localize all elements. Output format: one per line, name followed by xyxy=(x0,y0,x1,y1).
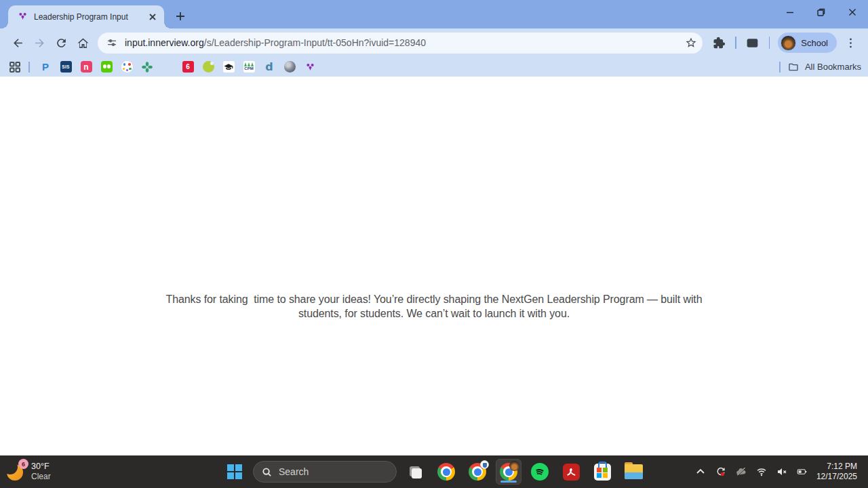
bookmarks-separator xyxy=(779,62,781,73)
taskbar-clock[interactable]: 7:12 PM 12/17/2025 xyxy=(814,462,861,482)
profile-crest-badge xyxy=(480,460,489,469)
page-content: Thanks for taking time to share your ide… xyxy=(0,77,868,455)
refresh-button[interactable] xyxy=(50,32,72,54)
task-view-button[interactable] xyxy=(402,459,428,485)
side-panel-search-icon[interactable] xyxy=(742,32,764,54)
url-domain: input.innerview.org xyxy=(125,37,204,48)
thank-you-message: Thanks for taking time to share your ide… xyxy=(166,292,703,321)
toolbar-separator xyxy=(769,37,770,49)
close-window-button[interactable] xyxy=(837,0,868,24)
minimize-button[interactable] xyxy=(774,0,806,24)
url-text: input.innerview.org/s/Leadership-Program… xyxy=(125,37,682,48)
bookmark-green-clover-icon[interactable] xyxy=(137,59,157,75)
profile-name: School xyxy=(801,38,828,48)
thank-you-line-2: students, for students. We can’t wait to… xyxy=(166,306,703,321)
home-button[interactable] xyxy=(72,32,94,54)
bookmark-duolingo-owl-icon[interactable] xyxy=(96,59,117,75)
bookmark-blue-d[interactable]: d xyxy=(259,59,279,75)
restore-button[interactable] xyxy=(806,0,837,24)
address-bar[interactable]: input.innerview.org/s/Leadership-Program… xyxy=(98,33,703,54)
toolbar-separator xyxy=(735,37,736,49)
tab-title: Leadership Program Input xyxy=(34,12,146,22)
start-button[interactable] xyxy=(222,459,248,485)
profile-chip[interactable]: School xyxy=(778,33,837,53)
extensions-puzzle-icon[interactable] xyxy=(708,32,730,54)
taskbar-center-icons xyxy=(222,455,646,488)
windows-logo-icon xyxy=(227,464,242,479)
bookmark-green-circle-icon[interactable] xyxy=(198,59,218,75)
profile-photo-badge xyxy=(509,461,519,471)
all-bookmarks-folder-icon[interactable] xyxy=(786,60,801,75)
site-favicon-flower-icon xyxy=(18,11,28,24)
bookmark-innerview-flower-icon[interactable] xyxy=(300,59,320,75)
all-bookmarks-label[interactable]: All Bookmarks xyxy=(805,62,861,72)
profile-avatar xyxy=(781,35,796,51)
tab-strip: Leadership Program Input xyxy=(0,0,868,28)
browser-tab[interactable]: Leadership Program Input xyxy=(8,5,164,28)
hidden-icons-chevron-icon[interactable] xyxy=(692,462,709,482)
onedrive-offline-icon[interactable] xyxy=(732,462,750,482)
back-button[interactable] xyxy=(7,32,28,54)
moon-weather-icon: 6 xyxy=(5,462,26,482)
tab-close-icon[interactable] xyxy=(146,11,159,23)
taskbar-search[interactable] xyxy=(253,461,397,483)
system-tray: 7:12 PM 12/17/2025 xyxy=(692,462,868,482)
spotify-taskbar-icon[interactable] xyxy=(527,459,553,485)
weather-widget[interactable]: 6 30°F Clear xyxy=(0,462,51,482)
bookmark-color-dots-icon[interactable] xyxy=(117,59,137,75)
search-input[interactable] xyxy=(279,466,380,477)
wifi-icon[interactable] xyxy=(753,462,770,482)
volume-muted-icon[interactable] xyxy=(773,462,791,482)
bookmark-powerschool[interactable]: P xyxy=(35,59,56,75)
bookmark-sis[interactable]: SIS xyxy=(56,59,76,75)
bookmark-red-six[interactable]: 6 xyxy=(178,59,198,75)
bookmark-n-site[interactable]: n xyxy=(76,59,96,75)
browser-menu-kebab-icon[interactable] xyxy=(840,32,861,54)
chrome-taskbar-icon[interactable] xyxy=(433,459,459,485)
microsoft-store-taskbar-icon[interactable] xyxy=(589,459,615,485)
new-tab-button[interactable] xyxy=(171,7,190,26)
windows-taskbar: 6 30°F Clear xyxy=(0,455,868,488)
active-app-indicator xyxy=(500,481,517,483)
weather-temperature: 30°F xyxy=(31,462,51,472)
acrobat-taskbar-icon[interactable] xyxy=(558,459,584,485)
site-settings-tune-icon[interactable] xyxy=(106,37,117,48)
search-icon xyxy=(262,467,272,477)
bookmarks-bar: P SIS n 6 CPM d All Bookmarks xyxy=(0,57,868,77)
sync-update-icon[interactable] xyxy=(712,462,730,482)
bookmark-star-icon[interactable] xyxy=(682,34,700,52)
bookmark-graduation-cap-icon[interactable] xyxy=(218,59,239,75)
clock-time: 7:12 PM xyxy=(816,462,857,472)
battery-icon[interactable] xyxy=(793,462,811,482)
weather-condition: Clear xyxy=(31,472,51,482)
browser-toolbar: input.innerview.org/s/Leadership-Program… xyxy=(0,28,868,57)
weather-badge: 6 xyxy=(18,459,28,469)
apps-grid-icon[interactable] xyxy=(7,59,23,75)
chrome-active-taskbar-icon[interactable] xyxy=(496,459,521,485)
file-explorer-taskbar-icon[interactable] xyxy=(620,459,646,485)
bookmark-cpm[interactable]: CPM xyxy=(239,59,259,75)
bookmark-microsoft-icon[interactable] xyxy=(157,59,178,75)
bookmarks-separator xyxy=(28,62,30,73)
clock-date: 12/17/2025 xyxy=(816,472,857,482)
thank-you-line-1: Thanks for taking time to share your ide… xyxy=(166,292,703,306)
window-controls xyxy=(774,0,868,24)
chrome-profile2-taskbar-icon[interactable] xyxy=(465,459,490,485)
bookmark-globe-icon[interactable] xyxy=(279,59,300,75)
forward-button[interactable] xyxy=(28,32,50,54)
url-path: /s/Leadership-Program-Input/tt-05oHn?ivu… xyxy=(204,37,426,48)
